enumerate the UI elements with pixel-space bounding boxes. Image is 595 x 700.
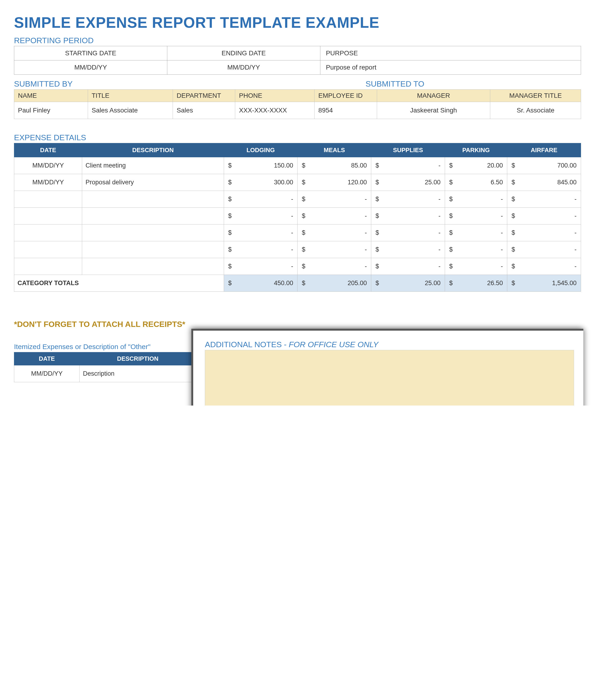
col-exp-date: DATE [14, 143, 82, 157]
submitted-by-label: SUBMITTED BY [14, 79, 366, 88]
col-starting-date: STARTING DATE [14, 46, 167, 60]
expense-meals[interactable]: $- [298, 241, 371, 258]
expense-details-table: DATE DESCRIPTION LODGING MEALS SUPPLIES … [14, 143, 581, 292]
expense-parking[interactable]: $- [445, 258, 507, 275]
expense-supplies[interactable]: $- [371, 208, 445, 224]
expense-lodging[interactable]: $300.00 [224, 174, 298, 191]
expense-date[interactable]: MM/DD/YY [14, 174, 82, 191]
expense-parking[interactable]: $20.00 [445, 157, 507, 174]
submitted-table: NAME TITLE DEPARTMENT PHONE EMPLOYEE ID … [14, 89, 581, 119]
expense-desc[interactable]: Proposal delivery [82, 174, 224, 191]
expense-desc[interactable] [82, 224, 224, 241]
manager-name[interactable]: Jaskeerat Singh [377, 102, 490, 119]
expense-date[interactable] [14, 224, 82, 241]
col-airfare: AIRFARE [507, 143, 581, 157]
expense-meals[interactable]: $- [298, 258, 371, 275]
expense-airfare[interactable]: $- [507, 191, 581, 208]
expense-row: $-$-$-$-$- [14, 191, 581, 208]
expense-supplies[interactable]: $- [371, 191, 445, 208]
expense-meals[interactable]: $120.00 [298, 174, 371, 191]
col-ending-date: ENDING DATE [167, 46, 320, 60]
expense-airfare[interactable]: $- [507, 241, 581, 258]
expense-row: MM/DD/YYClient meeting$150.00$85.00$-$20… [14, 157, 581, 174]
expense-parking[interactable]: $- [445, 241, 507, 258]
expense-airfare[interactable]: $845.00 [507, 174, 581, 191]
expense-date[interactable] [14, 191, 82, 208]
expense-parking[interactable]: $- [445, 208, 507, 224]
expense-date[interactable] [14, 208, 82, 224]
col-name: NAME [14, 90, 88, 102]
expense-row: $-$-$-$-$- [14, 208, 581, 224]
expense-airfare[interactable]: $- [507, 224, 581, 241]
expense-meals[interactable]: $- [298, 224, 371, 241]
col-item-date: DATE [14, 352, 80, 365]
expense-parking[interactable]: $- [445, 224, 507, 241]
expense-date[interactable] [14, 241, 82, 258]
ending-date-value[interactable]: MM/DD/YY [167, 60, 320, 75]
expense-date[interactable]: MM/DD/YY [14, 157, 82, 174]
expense-airfare[interactable]: $- [507, 208, 581, 224]
expense-supplies[interactable]: $25.00 [371, 174, 445, 191]
col-lodging: LODGING [224, 143, 298, 157]
expense-supplies[interactable]: $- [371, 241, 445, 258]
col-item-desc: DESCRIPTION [80, 352, 196, 365]
expense-parking[interactable]: $6.50 [445, 174, 507, 191]
expense-lodging[interactable]: $- [224, 224, 298, 241]
total-meals: $205.00 [298, 275, 371, 292]
submitter-phone[interactable]: XXX-XXX-XXXX [235, 102, 314, 119]
col-exp-desc: DESCRIPTION [82, 143, 224, 157]
expense-desc[interactable] [82, 258, 224, 275]
additional-notes-box[interactable] [205, 350, 574, 405]
expense-row: MM/DD/YYProposal delivery$300.00$120.00$… [14, 174, 581, 191]
expense-airfare[interactable]: $700.00 [507, 157, 581, 174]
col-phone: PHONE [235, 90, 314, 102]
expense-lodging[interactable]: $- [224, 208, 298, 224]
expense-desc[interactable]: Client meeting [82, 157, 224, 174]
item-desc[interactable]: Description [80, 365, 196, 382]
expense-date[interactable] [14, 258, 82, 275]
submitter-title[interactable]: Sales Associate [88, 102, 173, 119]
expense-row: $-$-$-$-$- [14, 258, 581, 275]
col-meals: MEALS [298, 143, 371, 157]
expense-row: $-$-$-$-$- [14, 241, 581, 258]
col-title: TITLE [88, 90, 173, 102]
expense-airfare[interactable]: $- [507, 258, 581, 275]
total-airfare: $1,545.00 [507, 275, 581, 292]
reporting-period-label: REPORTING PERIOD [14, 36, 581, 45]
item-date[interactable]: MM/DD/YY [14, 365, 80, 382]
submitted-to-label: SUBMITTED TO [366, 79, 581, 88]
expense-meals[interactable]: $85.00 [298, 157, 371, 174]
col-manager: MANAGER [377, 90, 490, 102]
col-purpose: PURPOSE [320, 46, 581, 60]
col-parking: PARKING [445, 143, 507, 157]
expense-desc[interactable] [82, 208, 224, 224]
expense-meals[interactable]: $- [298, 191, 371, 208]
purpose-value[interactable]: Purpose of report [320, 60, 581, 75]
total-supplies: $25.00 [371, 275, 445, 292]
starting-date-value[interactable]: MM/DD/YY [14, 60, 167, 75]
col-dept: DEPARTMENT [173, 90, 235, 102]
col-supplies: SUPPLIES [371, 143, 445, 157]
expense-lodging[interactable]: $- [224, 258, 298, 275]
expense-supplies[interactable]: $- [371, 157, 445, 174]
reporting-period-table: STARTING DATE ENDING DATE PURPOSE MM/DD/… [14, 46, 581, 75]
page-title: SIMPLE EXPENSE REPORT TEMPLATE EXAMPLE [14, 14, 581, 31]
expense-meals[interactable]: $- [298, 208, 371, 224]
expense-supplies[interactable]: $- [371, 224, 445, 241]
expense-desc[interactable] [82, 191, 224, 208]
expense-supplies[interactable]: $- [371, 258, 445, 275]
col-manager-title: MANAGER TITLE [490, 90, 581, 102]
expense-lodging[interactable]: $- [224, 241, 298, 258]
submitter-dept[interactable]: Sales [173, 102, 235, 119]
expense-desc[interactable] [82, 241, 224, 258]
expense-lodging[interactable]: $- [224, 191, 298, 208]
total-parking: $26.50 [445, 275, 507, 292]
itemized-table: DATE DESCRIPTION MM/DD/YY Description [14, 352, 196, 382]
expense-row: $-$-$-$-$- [14, 224, 581, 241]
submitter-name[interactable]: Paul Finley [14, 102, 88, 119]
expense-lodging[interactable]: $150.00 [224, 157, 298, 174]
manager-title[interactable]: Sr. Associate [490, 102, 581, 119]
submitter-emp-id[interactable]: 8954 [314, 102, 377, 119]
expense-parking[interactable]: $- [445, 191, 507, 208]
additional-notes-label: ADDITIONAL NOTES - FOR OFFICE USE ONLY [205, 340, 574, 349]
